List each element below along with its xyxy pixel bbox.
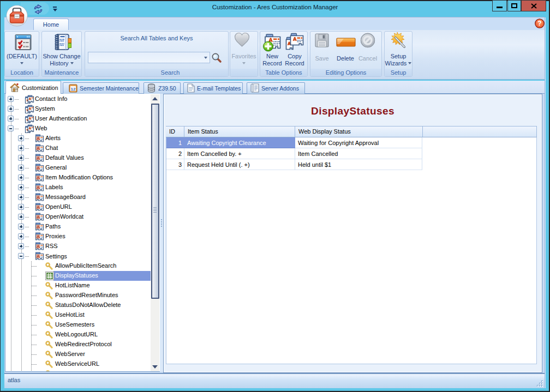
svg-text:?: ?	[537, 20, 541, 27]
svg-text:12: 12	[71, 87, 76, 92]
